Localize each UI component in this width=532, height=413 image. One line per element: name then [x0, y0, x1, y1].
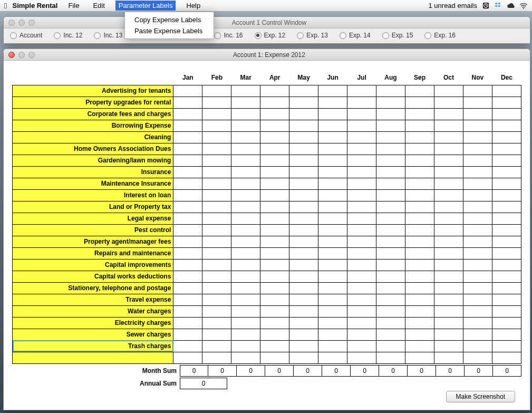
expense-cell[interactable] [231, 352, 260, 363]
expense-cell[interactable] [260, 166, 289, 178]
radio-exp-16[interactable]: Exp. 16 [424, 32, 456, 39]
expense-cell[interactable] [434, 259, 463, 271]
expense-cell[interactable] [318, 213, 347, 224]
row-label[interactable]: Capital works deductions [13, 271, 173, 282]
close-icon[interactable] [8, 52, 15, 58]
expense-cell[interactable] [405, 305, 434, 317]
expense-cell[interactable] [463, 271, 492, 282]
expense-cell[interactable] [173, 166, 202, 178]
expense-cell[interactable] [492, 294, 521, 305]
expense-cell[interactable] [289, 131, 318, 143]
expense-cell[interactable] [318, 189, 347, 201]
expense-cell[interactable] [434, 340, 463, 352]
expense-cell[interactable] [260, 340, 289, 352]
row-label[interactable]: Electricity charges [13, 317, 173, 329]
expense-cell[interactable] [434, 282, 463, 294]
expense-cell[interactable] [347, 85, 376, 97]
expense-cell[interactable] [260, 178, 289, 189]
expense-cell[interactable] [289, 247, 318, 259]
expense-cell[interactable] [376, 108, 405, 120]
menu-file[interactable]: File [65, 1, 82, 11]
zoom-icon[interactable] [28, 52, 35, 58]
expense-cell[interactable] [318, 236, 347, 247]
expense-cell[interactable] [289, 155, 318, 166]
expense-cell[interactable] [173, 259, 202, 271]
expense-cell[interactable] [173, 213, 202, 224]
expense-cell[interactable] [347, 131, 376, 143]
expense-cell[interactable] [405, 120, 434, 131]
expense-cell[interactable] [173, 247, 202, 259]
expense-cell[interactable] [463, 108, 492, 120]
expense-cell[interactable] [434, 247, 463, 259]
expense-cell[interactable] [260, 85, 289, 97]
expense-cell[interactable] [260, 201, 289, 213]
expense-cell[interactable] [434, 131, 463, 143]
expense-cell[interactable] [463, 201, 492, 213]
row-label[interactable]: Gardening/lawn mowing [13, 155, 173, 166]
expense-cell[interactable] [492, 317, 521, 329]
expense-cell[interactable] [376, 85, 405, 97]
expense-cell[interactable] [376, 120, 405, 131]
expense-cell[interactable] [289, 236, 318, 247]
expense-cell[interactable] [289, 329, 318, 340]
expense-cell[interactable] [405, 329, 434, 340]
expense-cell[interactable] [492, 166, 521, 178]
expense-cell[interactable] [463, 85, 492, 97]
expense-cell[interactable] [405, 201, 434, 213]
expense-cell[interactable] [405, 352, 434, 363]
dropbox-icon[interactable] [494, 2, 502, 10]
dropdown-paste-expense-labels[interactable]: Paste Expense Labels [125, 25, 214, 36]
expense-cell[interactable] [492, 247, 521, 259]
expense-cell[interactable] [231, 236, 260, 247]
expense-cell[interactable] [492, 282, 521, 294]
expense-window-titlebar[interactable]: Account 1: Expense 2012 [4, 49, 530, 61]
expense-cell[interactable] [231, 97, 260, 108]
expense-cell[interactable] [173, 155, 202, 166]
expense-cell[interactable] [231, 224, 260, 236]
expense-cell[interactable] [260, 294, 289, 305]
expense-cell[interactable] [260, 271, 289, 282]
expense-cell[interactable] [405, 143, 434, 155]
expense-cell[interactable] [463, 352, 492, 363]
expense-cell[interactable] [260, 236, 289, 247]
expense-cell[interactable] [289, 201, 318, 213]
expense-cell[interactable] [405, 224, 434, 236]
expense-cell[interactable] [405, 271, 434, 282]
make-screenshot-button[interactable]: Make Screenshot [446, 391, 515, 402]
expense-cell[interactable] [405, 97, 434, 108]
expense-cell[interactable] [173, 271, 202, 282]
expense-cell[interactable] [289, 271, 318, 282]
row-label[interactable]: Corporate fees and charges [13, 108, 173, 120]
expense-cell[interactable] [318, 352, 347, 363]
unread-emails-text[interactable]: 1 unread emails [429, 2, 478, 9]
expense-cell[interactable] [347, 282, 376, 294]
radio-inc-12[interactable]: Inc. 12 [54, 32, 82, 39]
expense-cell[interactable] [202, 340, 231, 352]
expense-cell[interactable] [492, 131, 521, 143]
expense-cell[interactable] [260, 155, 289, 166]
expense-cell[interactable] [463, 120, 492, 131]
expense-cell[interactable] [434, 271, 463, 282]
expense-cell[interactable] [202, 97, 231, 108]
radio-exp-13[interactable]: Exp. 13 [297, 32, 328, 39]
expense-cell[interactable] [289, 213, 318, 224]
expense-cell[interactable] [289, 259, 318, 271]
expense-cell[interactable] [492, 352, 521, 363]
expense-cell[interactable] [289, 189, 318, 201]
expense-cell[interactable] [173, 224, 202, 236]
expense-cell[interactable] [318, 85, 347, 97]
expense-cell[interactable] [463, 131, 492, 143]
expense-cell[interactable] [463, 305, 492, 317]
row-label[interactable]: Interest on loan [13, 189, 173, 201]
expense-cell[interactable] [463, 213, 492, 224]
expense-cell[interactable] [260, 108, 289, 120]
expense-cell[interactable] [318, 120, 347, 131]
expense-cell[interactable] [231, 178, 260, 189]
expense-cell[interactable] [376, 166, 405, 178]
expense-cell[interactable] [347, 213, 376, 224]
expense-cell[interactable] [202, 294, 231, 305]
minimize-icon[interactable] [18, 52, 25, 58]
expense-cell[interactable] [463, 189, 492, 201]
expense-cell[interactable] [492, 236, 521, 247]
expense-cell[interactable] [347, 189, 376, 201]
